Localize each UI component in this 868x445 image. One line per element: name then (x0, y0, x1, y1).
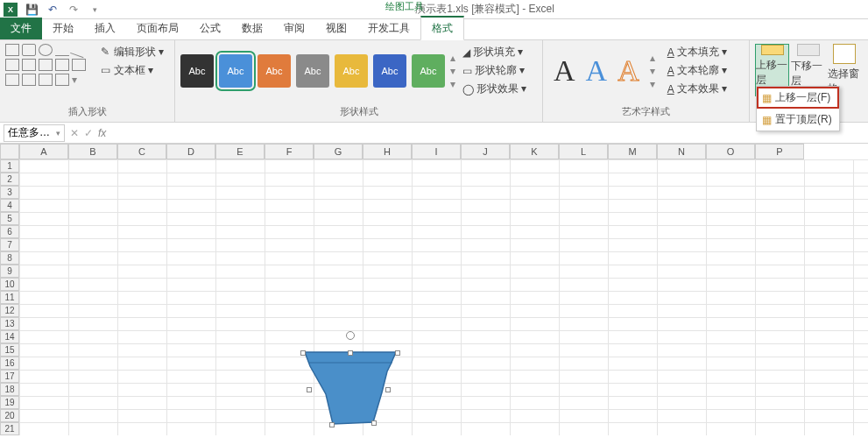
textbox-button[interactable]: ▭ 文本框 ▾ (98, 62, 166, 79)
row-header[interactable]: 7 (0, 238, 19, 251)
col-header[interactable]: B (68, 144, 117, 159)
resize-handle[interactable] (395, 350, 400, 356)
row-header[interactable]: 16 (0, 357, 19, 370)
col-header[interactable]: A (19, 144, 68, 159)
text-effects-button[interactable]: A文本效果 ▾ (664, 81, 730, 97)
row-header[interactable]: 19 (0, 396, 19, 409)
gallery-more-icon[interactable]: ▾ (650, 78, 655, 90)
row-header[interactable]: 20 (0, 409, 19, 422)
style-swatch-4[interactable]: Abc (296, 54, 329, 88)
chevron-down-icon[interactable]: ▾ (56, 129, 60, 138)
col-header[interactable]: F (265, 144, 314, 159)
tab-file[interactable]: 文件 (0, 18, 42, 39)
row-header[interactable]: 14 (0, 330, 19, 343)
style-swatch-3[interactable]: Abc (258, 54, 291, 88)
tab-review[interactable]: 审阅 (273, 18, 315, 39)
col-header[interactable]: E (215, 144, 265, 159)
style-swatch-5[interactable]: Abc (335, 54, 368, 88)
col-header[interactable]: M (608, 144, 657, 159)
col-header[interactable]: I (412, 144, 461, 159)
resize-handle[interactable] (329, 422, 335, 427)
resize-handle[interactable] (300, 350, 306, 356)
col-header[interactable]: H (363, 144, 412, 159)
dropdown-bring-to-front[interactable]: ▦ 置于顶层(R) (757, 109, 839, 131)
edit-shape-button[interactable]: ✎ 编辑形状 ▾ (98, 44, 166, 60)
row-header[interactable]: 17 (0, 370, 19, 383)
col-header[interactable]: K (510, 144, 559, 159)
row-header[interactable]: 15 (0, 343, 19, 357)
row-header[interactable]: 9 (0, 265, 19, 278)
resize-handle[interactable] (385, 387, 391, 392)
qat-more-icon[interactable]: ▾ (88, 3, 102, 17)
wordart-gallery[interactable]: A A A ▴ ▾ ▾ (548, 52, 660, 90)
col-header[interactable]: P (755, 144, 804, 159)
text-outline-button[interactable]: A文本轮廓 ▾ (664, 62, 730, 79)
select-all-corner[interactable] (0, 144, 19, 159)
tab-formulas[interactable]: 公式 (189, 18, 231, 39)
gallery-down-icon[interactable]: ▾ (650, 65, 655, 77)
shapes-gallery[interactable]: ▾ (5, 44, 93, 86)
row-header[interactable]: 13 (0, 317, 19, 330)
row-header[interactable]: 12 (0, 304, 19, 317)
row-header[interactable]: 3 (0, 186, 19, 199)
style-swatch-1[interactable]: Abc (180, 54, 214, 88)
col-header[interactable]: D (166, 144, 215, 159)
tab-home[interactable]: 开始 (42, 18, 84, 39)
row-header[interactable]: 10 (0, 278, 19, 291)
tab-insert[interactable]: 插入 (84, 18, 126, 39)
bring-front-icon: ▦ (762, 114, 772, 126)
confirm-icon[interactable]: ✓ (84, 127, 93, 139)
style-swatch-6[interactable]: Abc (373, 54, 406, 88)
gallery-up-icon[interactable]: ▴ (450, 52, 455, 64)
row-header[interactable]: 8 (0, 251, 19, 265)
col-header[interactable]: L (559, 144, 608, 159)
undo-icon[interactable]: ↶ (46, 3, 60, 17)
selected-shape[interactable] (303, 345, 398, 429)
fx-label[interactable]: fx (98, 127, 106, 139)
gallery-down-icon[interactable]: ▾ (450, 65, 455, 77)
shape-effects-button[interactable]: ◯形状效果 ▾ (459, 81, 530, 97)
tab-data[interactable]: 数据 (231, 18, 273, 39)
name-box[interactable]: 任意多…▾ (4, 124, 65, 142)
tab-developer[interactable]: 开发工具 (357, 18, 420, 39)
row-header[interactable]: 2 (0, 173, 19, 186)
row-header[interactable]: 18 (0, 383, 19, 396)
shape-outline-button[interactable]: ▭形状轮廓 ▾ (459, 62, 530, 79)
wordart-style-1[interactable]: A (554, 54, 575, 88)
col-header[interactable]: C (117, 144, 166, 159)
row-header[interactable]: 6 (0, 225, 19, 238)
group-label: 形状样式 (180, 105, 537, 118)
gallery-up-icon[interactable]: ▴ (650, 52, 655, 64)
tab-layout[interactable]: 页面布局 (126, 18, 189, 39)
group-shape-styles: Abc Abc Abc Abc Abc Abc Abc ▴ ▾ ▾ ◢形状填充 … (175, 40, 543, 122)
cells-area[interactable] (19, 159, 868, 435)
style-swatch-7[interactable]: Abc (412, 54, 445, 88)
cancel-icon[interactable]: ✕ (70, 127, 79, 139)
tab-format[interactable]: 格式 (420, 16, 464, 40)
resize-handle[interactable] (348, 350, 353, 356)
rotate-handle[interactable] (346, 331, 355, 340)
tab-view[interactable]: 视图 (315, 18, 357, 39)
col-header[interactable]: O (706, 144, 755, 159)
wordart-style-3[interactable]: A (617, 54, 639, 88)
dropdown-bring-forward[interactable]: ▦ 上移一层(F) (757, 87, 839, 109)
col-header[interactable]: J (461, 144, 510, 159)
shape-styles-gallery[interactable]: Abc Abc Abc Abc Abc Abc Abc ▴ ▾ ▾ (180, 52, 455, 90)
col-header[interactable]: N (657, 144, 706, 159)
style-swatch-2[interactable]: Abc (219, 54, 252, 88)
wordart-style-2[interactable]: A (586, 54, 608, 88)
row-header[interactable]: 21 (0, 422, 19, 435)
row-header[interactable]: 5 (0, 212, 19, 225)
resize-handle[interactable] (371, 420, 377, 426)
redo-icon[interactable]: ↷ (67, 3, 81, 17)
formula-input[interactable] (111, 125, 864, 141)
resize-handle[interactable] (307, 387, 312, 392)
row-header[interactable]: 1 (0, 159, 19, 173)
text-fill-button[interactable]: A文本填充 ▾ (664, 44, 730, 60)
shape-fill-button[interactable]: ◢形状填充 ▾ (459, 44, 530, 60)
gallery-more-icon[interactable]: ▾ (450, 78, 455, 90)
row-header[interactable]: 11 (0, 291, 19, 304)
col-header[interactable]: G (314, 144, 363, 159)
row-header[interactable]: 4 (0, 199, 19, 212)
save-icon[interactable]: 💾 (25, 3, 39, 17)
